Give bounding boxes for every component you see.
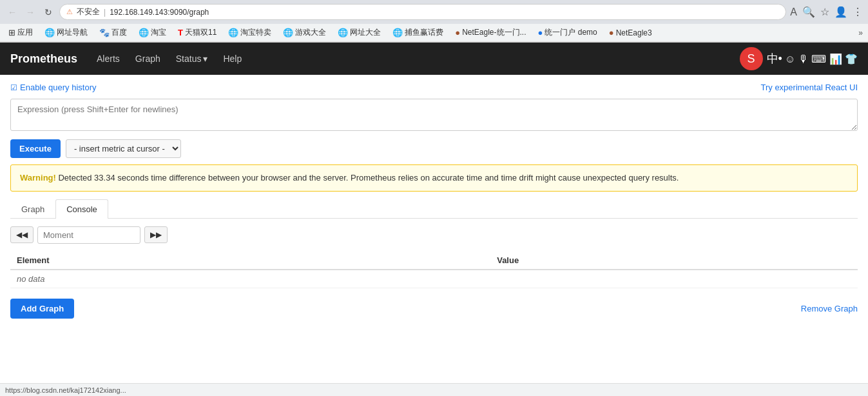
portal-icon: ● [538, 28, 543, 37]
bookmark-nav-label: 网址导航 [57, 27, 88, 38]
warning-box: Warning! Detected 33.34 seconds time dif… [10, 164, 858, 192]
expression-container [10, 99, 858, 133]
bookmark-baidu[interactable]: 🐾 百度 [96, 26, 130, 39]
browser-toolbar: ← → ↻ ⚠ 不安全 | 192.168.149.143:9090/graph… [0, 0, 868, 24]
separator: | [104, 8, 106, 17]
warning-text: Detected 33.34 seconds time difference b… [56, 173, 679, 183]
bookmark-taobao[interactable]: 🌐 淘宝 [135, 26, 169, 39]
bookmark-neteagle1-label: NetEagle-统一门... [462, 27, 526, 38]
bookmark-tmall[interactable]: T 天猫双11 [175, 26, 220, 39]
chinese-chars: 中• [767, 51, 782, 66]
moment-input[interactable] [37, 226, 140, 244]
address-bar[interactable]: ⚠ 不安全 | 192.168.149.143:9090/graph [59, 4, 786, 20]
data-table: Element Value no data [10, 252, 858, 288]
browser-toolbar-icons: A 🔍 ☆ 👤 ⋮ [790, 6, 863, 18]
browser-chrome: ← → ↻ ⚠ 不安全 | 192.168.149.143:9090/graph… [0, 0, 868, 43]
bookmark-neteagle3[interactable]: ● NetEagle3 [606, 26, 655, 39]
remove-graph-link[interactable]: Remove Graph [801, 304, 858, 313]
element-column-header: Element [10, 252, 490, 270]
url-text: 192.168.149.143:9090/graph [110, 8, 779, 17]
bookmark-games[interactable]: 🌐 游戏大全 [280, 26, 329, 39]
apps-icon: ⊞ [8, 28, 15, 37]
bookmark-apps[interactable]: ⊞ 应用 [5, 26, 36, 39]
main-content: ☑ Enable query history Try experimental … [0, 75, 868, 330]
execute-button[interactable]: Execute [10, 139, 61, 158]
baidu-icon: 🐾 [99, 28, 110, 37]
table-header-row: Element Value [10, 252, 858, 270]
zoom-icon[interactable]: 🔍 [802, 6, 815, 18]
next-time-button[interactable]: ▶▶ [144, 226, 168, 243]
tab-graph[interactable]: Graph [10, 199, 55, 219]
emoji-icons: ☺ 🎙 ⌨ 📊 👕 [785, 53, 858, 65]
taobao-special-icon: 🌐 [228, 28, 238, 37]
bookmark-taobao-label: 淘宝 [151, 27, 166, 38]
bookmark-web-label: 网址大全 [350, 27, 381, 38]
bookmark-neteagle3-label: NetEagle3 [616, 28, 652, 37]
bookmark-portal-label: 统一门户 demo [545, 27, 597, 38]
menu-icon[interactable]: ⋮ [853, 6, 863, 18]
bookmark-fish[interactable]: 🌐 捕鱼赢话费 [389, 26, 447, 39]
bookmark-tmall-label: 天猫双11 [185, 27, 217, 38]
security-label: 不安全 [77, 6, 100, 17]
value-column-header: Value [490, 252, 858, 270]
expression-input[interactable] [10, 99, 858, 131]
back-button[interactable]: ← [5, 5, 19, 19]
tmall-icon: T [178, 28, 183, 37]
bookmark-taobao-special[interactable]: 🌐 淘宝特卖 [225, 26, 275, 39]
nav-icon: 🌐 [44, 28, 55, 37]
bookmark-fish-label: 捕鱼赢话费 [405, 27, 443, 38]
add-graph-button[interactable]: Add Graph [10, 299, 74, 319]
nav-graph[interactable]: Graph [129, 50, 167, 68]
neteagle3-icon: ● [609, 28, 614, 37]
enable-query-history-label: Enable query history [20, 83, 97, 92]
web-icon: 🌐 [338, 28, 348, 37]
user-icon[interactable]: 👤 [834, 6, 847, 18]
experimental-react-link[interactable]: Try experimental React UI [760, 83, 858, 92]
bookmark-neteagle1[interactable]: ● NetEagle-统一门... [452, 26, 529, 39]
moment-row: ◀◀ ▶▶ [10, 226, 858, 244]
bookmark-baidu-label: 百度 [111, 27, 127, 38]
bottom-row: Add Graph Remove Graph [10, 295, 858, 322]
games-icon: 🌐 [283, 28, 293, 37]
reload-button[interactable]: ↻ [41, 5, 55, 19]
nav-help[interactable]: Help [217, 50, 248, 68]
insert-metric-select[interactable]: - insert metric at cursor - [66, 139, 181, 158]
taobao-icon: 🌐 [139, 28, 149, 37]
app-icon: S [740, 47, 763, 70]
checkmark-icon: ☑ [10, 83, 17, 92]
fish-icon: 🌐 [392, 28, 403, 37]
console-area: ◀◀ ▶▶ Element Value no data [10, 226, 858, 288]
bookmark-taobao-special-label: 淘宝特卖 [240, 27, 271, 38]
tab-console[interactable]: Console [55, 199, 108, 219]
bookmark-apps-label: 应用 [17, 27, 33, 38]
bookmark-web[interactable]: 🌐 网址大全 [334, 26, 384, 39]
prometheus-logo[interactable]: Prometheus [10, 52, 77, 66]
bookmark-portal[interactable]: ● 统一门户 demo [535, 26, 601, 39]
nav-links: Alerts Graph Status ▾ Help [90, 50, 248, 68]
neteagle1-icon: ● [455, 28, 460, 37]
nav-alerts[interactable]: Alerts [90, 50, 126, 68]
security-icon: ⚠ [66, 8, 73, 16]
prev-time-button[interactable]: ◀◀ [10, 226, 34, 243]
table-row: no data [10, 270, 858, 288]
nav-status[interactable]: Status ▾ [169, 50, 215, 68]
bookmarks-bar: ⊞ 应用 🌐 网址导航 🐾 百度 🌐 淘宝 T 天猫双11 🌐 淘宝特卖 🌐 游… [0, 24, 868, 42]
top-row: ☑ Enable query history Try experimental … [10, 83, 858, 92]
tabs-row: Graph Console [10, 199, 858, 219]
bookmark-icon[interactable]: ☆ [820, 6, 829, 18]
translate-icon[interactable]: A [790, 6, 797, 18]
status-dropdown-arrow: ▾ [203, 54, 207, 64]
bookmark-games-label: 游戏大全 [295, 27, 326, 38]
warning-bold-label: Warning! [20, 173, 56, 183]
forward-button[interactable]: → [23, 5, 37, 19]
execute-row: Execute - insert metric at cursor - [10, 139, 858, 158]
nav-right-icons: S 中• ☺ 🎙 ⌨ 📊 👕 [740, 47, 858, 70]
navigation-bar: Prometheus Alerts Graph Status ▾ Help S … [0, 43, 868, 75]
bookmark-nav[interactable]: 🌐 网址导航 [41, 26, 91, 39]
no-data-cell: no data [10, 270, 858, 288]
enable-query-history-link[interactable]: ☑ Enable query history [10, 83, 97, 92]
bookmarks-more-button[interactable]: » [858, 28, 863, 37]
